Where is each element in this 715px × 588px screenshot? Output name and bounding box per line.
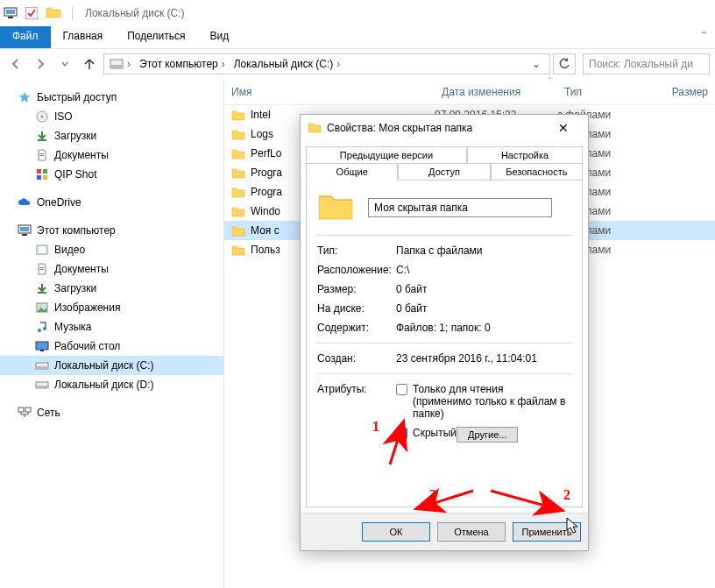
- close-button[interactable]: ✕: [546, 116, 581, 140]
- navigation-bar: › Этот компьютер› Локальный диск (C:)› ⌄…: [0, 49, 715, 79]
- tree-documents[interactable]: Документы: [0, 259, 223, 279]
- tree-iso[interactable]: ISO: [0, 107, 223, 126]
- svg-rect-5: [110, 65, 123, 68]
- dialog-title: Свойства: Моя скрытая папка: [327, 122, 472, 134]
- qat-folder-icon: [46, 5, 61, 21]
- forward-button[interactable]: [30, 53, 51, 74]
- col-date[interactable]: Дата изменения: [435, 86, 557, 98]
- drive-icon: [35, 378, 49, 392]
- address-bar[interactable]: › Этот компьютер› Локальный диск (C:)› ⌄: [103, 53, 550, 74]
- svg-rect-13: [37, 175, 41, 180]
- window-title: Локальный диск (C:): [85, 7, 185, 19]
- svg-rect-22: [39, 269, 44, 270]
- tree-onedrive[interactable]: OneDrive: [0, 193, 223, 212]
- computer-icon: [18, 223, 32, 237]
- hidden-checkbox[interactable]: Скрытый: [396, 427, 457, 439]
- svg-rect-19: [37, 245, 39, 254]
- drive-icon: [35, 358, 49, 372]
- ribbon-tabs: Файл Главная Поделиться Вид ˆ: [0, 26, 715, 49]
- svg-rect-29: [40, 350, 44, 351]
- tree-qipshot[interactable]: QIP Shot: [0, 165, 223, 184]
- svg-rect-34: [18, 407, 24, 412]
- tab-general[interactable]: Общие: [306, 163, 398, 181]
- tree-network[interactable]: Сеть: [0, 403, 223, 422]
- apply-button[interactable]: Применить: [513, 522, 581, 542]
- up-button[interactable]: [79, 53, 100, 74]
- qip-icon: [35, 167, 49, 181]
- col-size[interactable]: Размер: [645, 86, 715, 98]
- tree-videos[interactable]: Видео: [0, 240, 223, 259]
- tree-documents-q[interactable]: Документы: [0, 145, 223, 165]
- svg-point-7: [41, 116, 44, 118]
- svg-rect-8: [38, 139, 46, 141]
- ribbon-collapse-icon[interactable]: ˆ: [693, 26, 715, 48]
- network-icon: [18, 406, 32, 420]
- cloud-icon: [18, 195, 32, 209]
- readonly-checkbox[interactable]: Только для чтения(применимо только к фай…: [396, 383, 571, 420]
- crumb-current[interactable]: Локальный диск (C:)›: [230, 54, 344, 74]
- dialog-titlebar[interactable]: Свойства: Моя скрытая папка ✕: [301, 115, 588, 141]
- tree-thispc[interactable]: Этот компьютер: [0, 221, 223, 240]
- download-icon: [35, 129, 49, 143]
- tab-sharing[interactable]: Доступ: [398, 163, 490, 181]
- svg-rect-9: [39, 153, 44, 154]
- desktop-icon: [35, 339, 49, 353]
- refresh-button[interactable]: [553, 53, 576, 74]
- tree-downloads-q[interactable]: Загрузки: [0, 126, 223, 145]
- svg-point-26: [38, 329, 41, 332]
- document-icon: [35, 262, 49, 276]
- tree-desktop[interactable]: Рабочий стол: [0, 337, 223, 356]
- folder-icon: [308, 121, 322, 135]
- svg-rect-33: [36, 386, 48, 388]
- recent-dropdown[interactable]: [54, 53, 75, 74]
- picture-icon: [35, 301, 49, 315]
- window-titlebar: Локальный диск (C:): [0, 0, 715, 26]
- address-dropdown-icon[interactable]: ⌄: [525, 58, 548, 70]
- svg-rect-11: [37, 169, 41, 174]
- svg-rect-1: [6, 10, 15, 14]
- crumb-thispc[interactable]: Этот компьютер›: [136, 54, 229, 74]
- svg-rect-21: [39, 267, 44, 268]
- crumb-drive-icon[interactable]: ›: [106, 54, 134, 74]
- svg-point-27: [43, 327, 46, 330]
- tab-customize[interactable]: Настройка: [467, 146, 583, 164]
- svg-rect-20: [46, 245, 47, 254]
- tree-music[interactable]: Музыка: [0, 317, 223, 337]
- tab-file[interactable]: Файл: [0, 26, 51, 48]
- svg-rect-28: [36, 342, 48, 350]
- cancel-button[interactable]: Отмена: [437, 522, 506, 542]
- col-type[interactable]: Тип: [557, 86, 645, 98]
- folder-name-input[interactable]: [368, 198, 552, 217]
- svg-rect-10: [39, 155, 44, 156]
- tab-security[interactable]: Безопасность: [491, 163, 583, 181]
- tree-downloads[interactable]: Загрузки: [0, 279, 223, 298]
- ok-button[interactable]: ОК: [362, 522, 430, 542]
- svg-rect-12: [43, 169, 47, 174]
- tab-prev-versions[interactable]: Предыдущие версии: [306, 146, 467, 164]
- svg-rect-17: [22, 234, 27, 236]
- tab-view[interactable]: Вид: [197, 26, 241, 48]
- svg-rect-16: [20, 227, 29, 231]
- folder-large-icon: [317, 189, 354, 226]
- document-icon: [35, 148, 49, 162]
- tab-home[interactable]: Главная: [51, 26, 116, 48]
- column-headers[interactable]: ˆ Имя Дата изменения Тип Размер: [224, 79, 715, 105]
- svg-rect-14: [43, 175, 47, 180]
- music-icon: [35, 320, 49, 334]
- sort-indicator-icon: ˆ: [549, 76, 551, 85]
- tree-pictures[interactable]: Изображения: [0, 298, 223, 317]
- qat-properties-icon[interactable]: [25, 6, 39, 20]
- search-input[interactable]: Поиск: Локальный ди: [583, 53, 710, 74]
- col-name[interactable]: Имя: [224, 86, 435, 98]
- tab-share[interactable]: Поделиться: [115, 26, 197, 48]
- navigation-tree: Быстрый доступ ISO Загрузки Документы QI…: [0, 79, 224, 588]
- qat-computer-icon: [4, 6, 18, 20]
- tree-drive-c[interactable]: Локальный диск (C:): [0, 356, 223, 375]
- tree-quick-access[interactable]: Быстрый доступ: [0, 88, 223, 107]
- svg-rect-2: [8, 17, 13, 18]
- other-attributes-button[interactable]: Другие...: [457, 427, 518, 443]
- star-icon: [18, 90, 32, 104]
- tree-drive-d[interactable]: Локальный диск (D:): [0, 375, 223, 394]
- back-button[interactable]: [5, 53, 26, 74]
- svg-point-25: [39, 306, 42, 308]
